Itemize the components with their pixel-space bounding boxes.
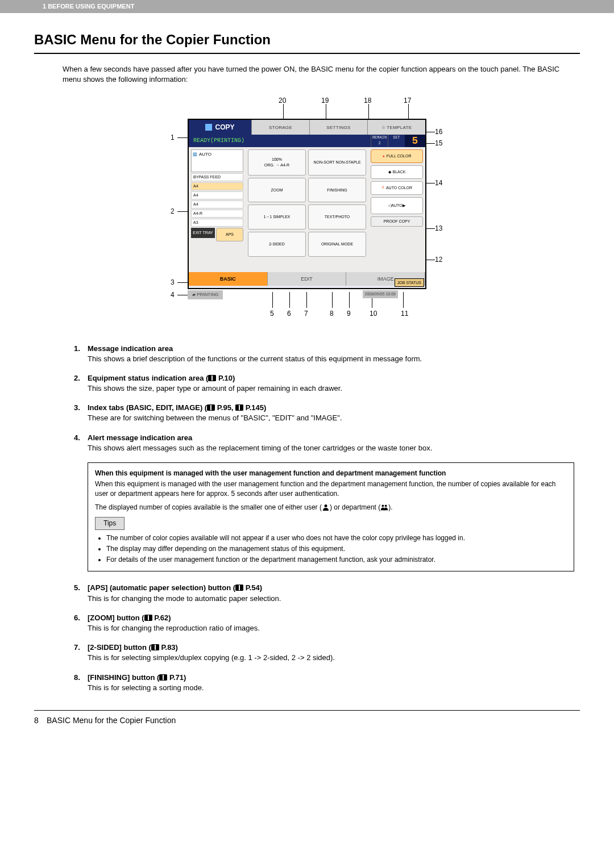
callout-18: 18 — [364, 97, 371, 105]
footer-rule — [34, 710, 580, 711]
status-text: READY(PRINTING) — [193, 137, 244, 145]
book-icon — [235, 585, 243, 591]
alert-message-area: ▰ PRINTING — [188, 290, 223, 299]
touch-panel-diagram: 20 19 18 17 1 2 3 4 16 15 14 — [148, 96, 466, 323]
template-button[interactable]: ☆ TEMPLATE — [367, 120, 425, 135]
item-3: 3.Index tabs (BASIC, EDIT, IMAGE) ( P.95… — [74, 403, 574, 423]
settings-button[interactable]: SETTINGS — [309, 120, 367, 135]
callout-15: 15 — [435, 139, 442, 147]
page-title: BASIC Menu for the Copier Function — [34, 30, 580, 49]
tab-basic[interactable]: BASIC — [189, 272, 268, 286]
item-2: 2.Equipment status indication area ( P.1… — [74, 373, 574, 394]
intro-paragraph: When a few seconds have passed after you… — [63, 64, 580, 85]
svg-point-2 — [385, 505, 387, 507]
black-button[interactable]: ◆BLACK — [371, 165, 423, 179]
callout-16: 16 — [435, 128, 442, 136]
book-icon — [159, 674, 167, 681]
callout-14: 14 — [435, 179, 442, 187]
density-slider[interactable]: ◁ AUTO ▶ — [371, 197, 423, 214]
callout-8: 8 — [330, 310, 334, 318]
callout-20: 20 — [279, 97, 286, 105]
user-icon — [322, 504, 330, 511]
item-1: 1.Message indication area This shows a b… — [74, 344, 574, 364]
item-8: 8.[FINISHING] button ( P.71) This is for… — [74, 673, 574, 693]
callout-1: 1 — [171, 133, 175, 141]
storage-button[interactable]: STORAGE — [251, 120, 309, 135]
finishing-button[interactable]: FINISHING — [308, 178, 366, 203]
tab-edit[interactable]: EDIT — [268, 272, 347, 286]
tips-label: Tips — [95, 517, 125, 530]
zoom-button[interactable]: ZOOM — [248, 178, 306, 203]
book-icon — [144, 615, 152, 621]
chapter-header: 1 BEFORE USING EQUIPMENT — [0, 0, 614, 13]
title-rule — [34, 53, 580, 54]
auto-paper-block[interactable]: ▨AUTO — [191, 149, 243, 172]
callout-4: 4 — [171, 291, 175, 299]
sort-info: NON-SORT NON-STAPLE — [308, 149, 366, 175]
management-note: When this equipment is managed with the … — [88, 462, 574, 571]
aps-button[interactable]: APS — [216, 228, 243, 241]
two-sided-button[interactable]: 2-SIDED — [248, 232, 306, 257]
tip-2: The display may differ depending on the … — [106, 544, 567, 554]
book-icon — [235, 404, 243, 411]
set-counter: 5 — [405, 135, 425, 147]
book-icon — [208, 375, 216, 381]
callout-3: 3 — [171, 278, 175, 286]
full-color-button[interactable]: ●FULL COLOR — [371, 149, 423, 163]
item-7: 7.[2-SIDED] button ( P.83) This is for s… — [74, 642, 574, 663]
zoom-info: 100%ORG. → A4-R — [248, 149, 306, 175]
copy-icon — [205, 124, 212, 131]
callout-13: 13 — [435, 224, 442, 232]
job-status-button[interactable]: JOB STATUS — [395, 278, 424, 287]
callout-7: 7 — [304, 310, 308, 318]
set-counter-label: SET — [388, 135, 405, 147]
item-5: 5.[APS] (automatic paper selection) butt… — [74, 583, 574, 603]
drawer-a4-sel[interactable]: A4 — [191, 182, 243, 190]
callout-9: 9 — [347, 310, 351, 318]
drawer-a4-2[interactable]: A4 — [191, 191, 243, 199]
department-icon — [380, 504, 388, 511]
tip-3: For details of the user management funct… — [106, 555, 567, 565]
copy-label: COPY — [215, 123, 234, 132]
proof-copy-button[interactable]: PROOF COPY — [371, 216, 423, 227]
auto-color-button[interactable]: ⠿AUTO COLOR — [371, 181, 423, 195]
textphoto-info: TEXT/PHOTO — [308, 205, 366, 229]
callout-19: 19 — [321, 97, 329, 105]
drawer-a3[interactable]: A3 — [191, 219, 243, 227]
copy-tab[interactable]: COPY — [189, 120, 251, 135]
callout-10: 10 — [370, 310, 377, 318]
simplex-info: 1→1 SIMPLEX — [248, 205, 306, 229]
tip-1: The number of color copies available wil… — [106, 533, 567, 543]
callout-6: 6 — [287, 310, 291, 318]
drawer-a4-3[interactable]: A4 — [191, 201, 243, 208]
drawer-a4r[interactable]: A4-R — [191, 210, 243, 218]
book-icon — [151, 644, 159, 650]
callout-2: 2 — [171, 207, 175, 215]
callout-5: 5 — [270, 310, 274, 318]
svg-point-1 — [382, 505, 384, 507]
book-icon — [207, 404, 215, 411]
callout-17: 17 — [404, 97, 411, 105]
original-mode-button[interactable]: ORIGINAL MODE — [308, 232, 366, 257]
page-footer: 8BASIC Menu for the Copier Function — [34, 715, 580, 727]
callout-11: 11 — [401, 310, 408, 318]
item-4: 4.Alert message indication area This sho… — [74, 433, 574, 453]
svg-point-0 — [324, 504, 327, 507]
remain-counter: REMAIN 2 — [371, 135, 388, 147]
callout-12: 12 — [435, 256, 442, 264]
exit-tray-button[interactable]: EXIT TRAY — [191, 228, 215, 238]
datetime-display: 2008/05/05 10:09 — [363, 290, 399, 298]
bypass-feed[interactable]: BYPASS FEED — [191, 173, 243, 181]
item-6: 6.[ZOOM] button ( P.62) This is for chan… — [74, 613, 574, 633]
